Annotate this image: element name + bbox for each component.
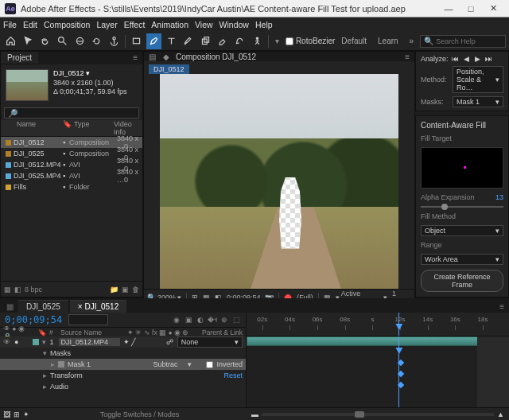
window-titlebar: Ae Adobe After Effects - S:\stills\Event… (0, 0, 509, 18)
project-tab[interactable]: Project (1, 52, 38, 64)
project-thumbnail (6, 69, 49, 101)
trash-icon[interactable]: 🗑 (132, 286, 139, 294)
menu-layer[interactable]: Layer (96, 20, 117, 29)
timeline-tab[interactable]: DJI_0525 (18, 300, 68, 313)
maximize-button[interactable]: □ (460, 0, 482, 18)
bpc-toggle[interactable]: 8 bpc (25, 286, 42, 294)
workspace-default[interactable]: Default (341, 37, 367, 45)
alpha-expansion-slider[interactable] (421, 206, 503, 208)
playhead[interactable] (398, 313, 399, 336)
tl-footer-icon[interactable]: ⊞ (14, 410, 20, 418)
project-settings-icon[interactable]: ◧ (14, 286, 21, 294)
menu-composition[interactable]: Composition (44, 20, 90, 29)
home-icon[interactable] (3, 33, 19, 49)
masks-dropdown[interactable]: Mask 1▾ (453, 96, 503, 107)
layer-row[interactable]: 👁● ▾1 DJI_0512.MP4 ✦ ╱ ☍ None▾ (0, 336, 246, 348)
menu-effect[interactable]: Effect (124, 20, 146, 29)
project-search[interactable]: 🔎 (4, 107, 139, 119)
menu-edit[interactable]: Edit (23, 20, 37, 29)
new-comp-icon[interactable]: ▣ (122, 286, 129, 294)
tl-icon[interactable]: �খ (208, 315, 217, 325)
analyze-fwd-icon[interactable]: ▶ (474, 55, 482, 63)
timeline-zoom-slider[interactable] (355, 411, 364, 418)
analyze-fwd-all-icon[interactable]: ⏭ (485, 55, 493, 63)
parent-dropdown[interactable]: None▾ (177, 336, 243, 348)
workspace-more-icon[interactable]: » (410, 37, 414, 45)
alpha-expansion-label: Alpha Expansion (421, 193, 492, 201)
zoom-out-icon[interactable]: ▬ (251, 410, 258, 418)
project-item[interactable]: DJI_0525.MP4▪AVI3840 x …0 (1, 170, 142, 181)
analyze-back-icon[interactable]: ◀ (463, 55, 471, 63)
method-dropdown[interactable]: Position, Scale & Ro…▾ (453, 66, 503, 93)
eraser-tool-icon[interactable] (215, 33, 231, 49)
brush-tool-icon[interactable] (181, 33, 196, 49)
pen-tool-icon[interactable] (146, 33, 162, 49)
tl-footer-icon[interactable]: 🖾 (3, 410, 10, 418)
layer-transform[interactable]: ▸TransformReset (0, 370, 246, 381)
layer-mask-1[interactable]: ▸Mask 1Subtrac▾Inverted (0, 359, 246, 370)
layer-bar[interactable] (247, 336, 509, 346)
comp-name-tag[interactable]: DJI_0512 (149, 64, 189, 74)
timeline-tab[interactable]: × DJI_0512 (70, 300, 126, 313)
right-panels: Analyze: ⏮ ◀ ▶ ⏭ Method:Position, Scale … (415, 51, 509, 298)
anchor-tool-icon[interactable] (107, 33, 122, 49)
close-button[interactable]: ✕ (482, 0, 504, 18)
layer-masks[interactable]: ▾Masks (0, 348, 246, 359)
create-reference-frame-button[interactable]: Create Reference Frame (421, 270, 503, 292)
svg-point-2 (113, 37, 115, 40)
chevron-down-icon[interactable]: ▾ (275, 37, 279, 45)
tl-icon[interactable]: ◉ (172, 315, 181, 325)
composition-viewer[interactable] (144, 74, 414, 289)
rotate-tool-icon[interactable] (89, 33, 105, 49)
tl-icon[interactable]: ▣ (184, 315, 193, 325)
text-tool-icon[interactable] (163, 33, 179, 49)
zoom-tool-icon[interactable] (55, 33, 71, 49)
comp-tab-label[interactable]: Composition DJI_0512 (176, 52, 256, 61)
tl-icon[interactable]: ⊕ (220, 315, 229, 325)
menu-window[interactable]: Window (220, 20, 249, 29)
menu-help[interactable]: Help (255, 20, 273, 29)
analyze-label: Analyze: (421, 55, 449, 63)
rect-tool-icon[interactable] (129, 33, 145, 49)
timeline-ruler[interactable]: 02s04s06s08ss12s14s16s18s (247, 313, 509, 336)
tl-icon[interactable]: ⬚ (231, 315, 241, 325)
hand-tool-icon[interactable] (37, 33, 53, 49)
analyze-back-all-icon[interactable]: ⏮ (452, 55, 460, 63)
roto-tool-icon[interactable] (232, 33, 248, 49)
layer-audio[interactable]: ▸Audio (0, 381, 246, 392)
workspace-learn[interactable]: Learn (378, 37, 398, 45)
tl-icon[interactable]: ◐ (196, 315, 205, 325)
tl-footer-icon[interactable]: ✦ (23, 410, 29, 418)
timeline-search[interactable] (68, 314, 108, 325)
timeline-tracks[interactable] (247, 336, 509, 407)
panel-menu-icon[interactable]: ≡ (128, 52, 142, 64)
selection-tool-icon[interactable] (21, 33, 37, 49)
menu-animation[interactable]: Animation (151, 20, 188, 29)
panel-menu-icon[interactable]: ≡ (400, 52, 414, 61)
toolbar-separator (268, 35, 269, 48)
orbit-tool-icon[interactable] (72, 33, 87, 49)
panel-menu-icon[interactable]: ≡ (495, 301, 509, 313)
menu-file[interactable]: File (3, 20, 17, 29)
content-aware-fill-panel: Content-Aware Fill Fill Target Alpha Exp… (415, 115, 509, 298)
render-queue-icon[interactable]: ▦ (3, 301, 17, 313)
range-dropdown[interactable]: Work Area▾ (421, 254, 503, 265)
interpret-icon[interactable]: ▦ (4, 286, 11, 294)
zoom-in-icon[interactable]: ▲ (497, 410, 504, 418)
minimize-button[interactable]: — (437, 0, 460, 18)
alpha-expansion-value[interactable]: 13 (495, 193, 503, 201)
puppet-tool-icon[interactable] (249, 33, 265, 49)
rotobezier-checkbox[interactable]: RotoBezier (286, 37, 335, 45)
search-help-input[interactable] (436, 37, 502, 45)
comp-marker-icon[interactable]: ◆ (161, 52, 171, 61)
clone-tool-icon[interactable] (198, 33, 214, 49)
new-folder-icon[interactable]: 📁 (110, 286, 119, 294)
flowchart-icon[interactable]: ▤ (147, 52, 157, 61)
menu-view[interactable]: View (195, 20, 213, 29)
fill-method-dropdown[interactable]: Object▾ (421, 225, 503, 236)
playhead[interactable] (398, 336, 399, 407)
window-title: Adobe After Effects - S:\stills\Events\2… (21, 4, 437, 14)
toggle-switches-button[interactable]: Toggle Switches / Modes (100, 410, 180, 418)
svg-point-0 (59, 37, 64, 43)
search-help[interactable]: 🔍 (420, 35, 506, 48)
